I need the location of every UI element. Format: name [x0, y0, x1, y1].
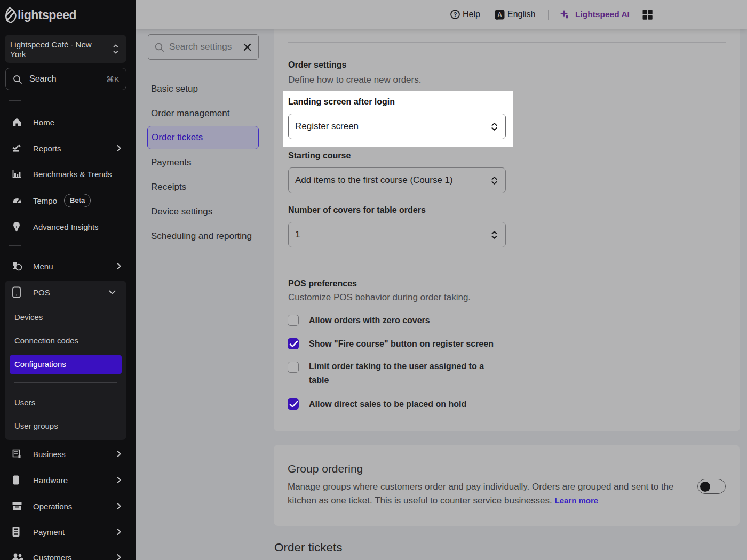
svg-text:?: ?	[454, 11, 457, 18]
svg-text:A: A	[497, 11, 502, 18]
